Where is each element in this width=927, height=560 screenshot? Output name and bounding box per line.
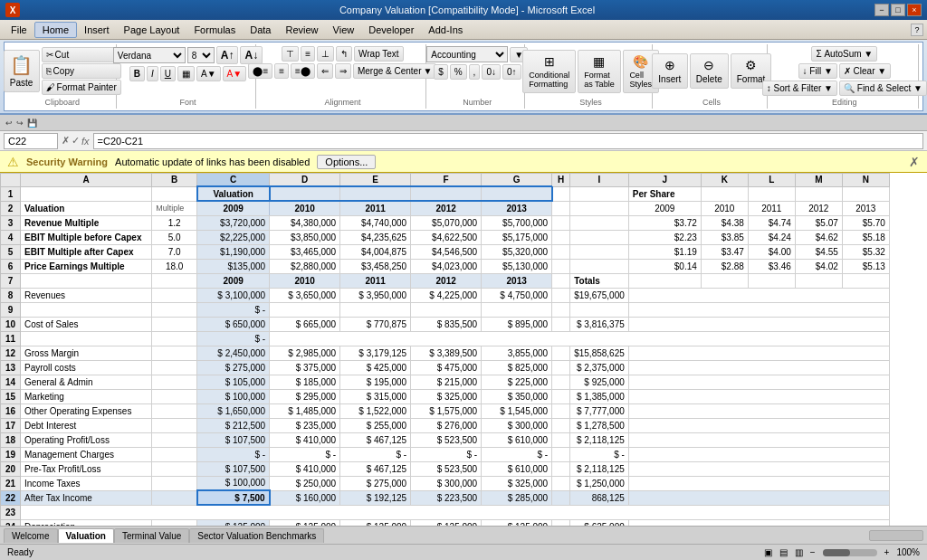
cell-n6[interactable]: $5.13 [842, 259, 889, 273]
cell-f14[interactable]: $ 215,000 [411, 375, 482, 389]
cell-h4[interactable] [552, 230, 570, 244]
cell-f1[interactable] [411, 186, 482, 201]
cell-c5[interactable]: $1,190,000 [197, 244, 270, 259]
cell-a1[interactable] [21, 186, 152, 201]
wrap-text-button[interactable]: Wrap Text [354, 46, 404, 62]
cell-jn10[interactable] [628, 317, 889, 331]
minimize-btn[interactable]: − [874, 4, 889, 16]
cell-j7[interactable] [628, 273, 701, 288]
border-button[interactable]: ▦ [177, 66, 195, 81]
cell-h19[interactable] [552, 447, 570, 461]
cell-h8[interactable] [552, 288, 570, 302]
cell-b12[interactable] [152, 346, 197, 360]
cell-c19[interactable]: $ - [197, 447, 270, 461]
cell-a20[interactable]: Pre-Tax Profit/Loss [21, 461, 152, 476]
zoom-out-icon[interactable]: − [810, 547, 816, 557]
font-grow-button[interactable]: A↑ [216, 46, 239, 64]
cell-e17[interactable]: $ 255,000 [340, 418, 411, 432]
view-layout-icon[interactable]: ▤ [779, 547, 788, 557]
menu-review[interactable]: Review [278, 23, 325, 37]
cell-b9[interactable] [152, 302, 197, 317]
cell-b4[interactable]: 5.0 [152, 230, 197, 244]
find-select-button[interactable]: 🔍 Find & Select ▼ [839, 81, 927, 96]
cell-g14[interactable]: $ 225,000 [482, 375, 552, 389]
cell-j6[interactable]: $0.14 [628, 259, 701, 273]
cell-c20[interactable]: $ 107,500 [197, 461, 270, 476]
cell-i21[interactable]: $ 1,250,000 [570, 476, 629, 490]
underline-button[interactable]: U [160, 66, 176, 81]
cell-f8[interactable]: $ 4,225,000 [411, 288, 482, 302]
cell-c24[interactable]: $ 125,000 [197, 519, 270, 526]
cell-f5[interactable]: $4,546,500 [411, 244, 482, 259]
cell-i12[interactable]: $15,858,625 [570, 346, 629, 360]
cell-n3[interactable]: $5.70 [842, 215, 889, 230]
cell-c17[interactable]: $ 212,500 [197, 418, 270, 432]
cell-f12[interactable]: $ 3,389,500 [411, 346, 482, 360]
cell-g3[interactable]: $5,700,000 [482, 215, 552, 230]
cell-a6[interactable]: Price Earnings Multiple [21, 259, 152, 273]
cell-jn8[interactable] [628, 288, 889, 302]
cell-e16[interactable]: $ 1,522,000 [340, 403, 411, 418]
cell-i10[interactable]: $ 3,816,375 [570, 317, 629, 331]
sheet-tab-welcome[interactable]: Welcome [4, 528, 58, 543]
horizontal-scrollbar[interactable] [869, 530, 923, 541]
cell-a14[interactable]: General & Admin [21, 375, 152, 389]
cell-i18[interactable]: $ 2,118,125 [570, 432, 629, 447]
cell-a19[interactable]: Management Charges [21, 447, 152, 461]
cell-h2[interactable] [552, 201, 570, 215]
cell-k2[interactable]: 2010 [701, 201, 748, 215]
cell-a17[interactable]: Debt Interest [21, 418, 152, 432]
decrease-decimal-button[interactable]: 0↓ [482, 64, 501, 80]
cell-jn13[interactable] [628, 360, 889, 375]
zoom-slider[interactable] [823, 549, 877, 556]
cell-jn21[interactable] [628, 476, 889, 490]
cell-c13[interactable]: $ 275,000 [197, 360, 270, 375]
menu-data[interactable]: Data [243, 23, 278, 37]
cell-b19[interactable] [152, 447, 197, 461]
cell-e4[interactable]: $4,235,625 [340, 230, 411, 244]
cell-i17[interactable]: $ 1,278,500 [570, 418, 629, 432]
cell-dn11[interactable] [270, 331, 890, 346]
cell-c4[interactable]: $2,225,000 [197, 230, 270, 244]
cell-m4[interactable]: $4.62 [795, 230, 842, 244]
cell-m7[interactable] [795, 273, 842, 288]
cell-c9[interactable]: $ - [197, 302, 270, 317]
cell-d9[interactable] [270, 302, 340, 317]
cell-f13[interactable]: $ 475,000 [411, 360, 482, 375]
cell-g21[interactable]: $ 325,000 [482, 476, 552, 490]
cell-h18[interactable] [552, 432, 570, 447]
cell-h12[interactable] [552, 346, 570, 360]
cell-c8[interactable]: $ 3,100,000 [197, 288, 270, 302]
cell-c2[interactable]: 2009 [197, 201, 270, 215]
increase-indent-button[interactable]: ⇒ [335, 63, 351, 79]
cell-jn20[interactable] [628, 461, 889, 476]
conditional-formatting-button[interactable]: ⊞ ConditionalFormatting [522, 50, 576, 93]
cell-f10[interactable]: $ 835,500 [411, 317, 482, 331]
cell-b5[interactable]: 7.0 [152, 244, 197, 259]
cell-f7[interactable]: 2012 [411, 273, 482, 288]
cell-g12[interactable]: 3,855,000 [482, 346, 552, 360]
cell-f2[interactable]: 2012 [411, 201, 482, 215]
cell-d3[interactable]: $4,380,000 [270, 215, 340, 230]
cell-a8[interactable]: Revenues [21, 288, 152, 302]
cell-j3[interactable]: $3.72 [628, 215, 701, 230]
cell-j4[interactable]: $2.23 [628, 230, 701, 244]
cell-h22[interactable] [552, 490, 570, 505]
cell-a16[interactable]: Other Operating Expenses [21, 403, 152, 418]
cell-a7[interactable] [21, 273, 152, 288]
menu-insert[interactable]: Insert [77, 23, 117, 37]
align-top-button[interactable]: ⊤ [282, 46, 299, 62]
cell-m1[interactable] [795, 186, 842, 201]
cell-i4[interactable] [570, 230, 629, 244]
cell-b16[interactable] [152, 403, 197, 418]
font-size-select[interactable]: 8 [187, 47, 215, 63]
cell-g8[interactable]: $ 4,750,000 [482, 288, 552, 302]
name-box[interactable] [4, 133, 58, 149]
clear-button[interactable]: ✗ Clear ▼ [839, 63, 891, 79]
cell-d21[interactable]: $ 250,000 [270, 476, 340, 490]
cell-jn16[interactable] [628, 403, 889, 418]
cell-g15[interactable]: $ 350,000 [482, 389, 552, 403]
cell-b7[interactable] [152, 273, 197, 288]
cell-e6[interactable]: $3,458,250 [340, 259, 411, 273]
cell-k4[interactable]: $3.85 [701, 230, 748, 244]
